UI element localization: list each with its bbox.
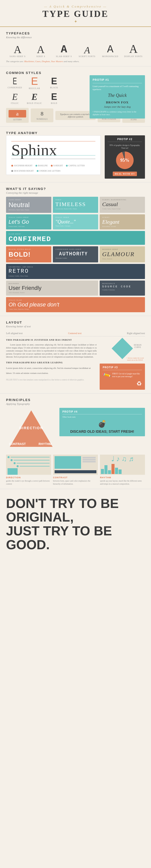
final-line1: DON'T TRY TO BE [6, 497, 145, 510]
direction-col-title: DIRECTION [6, 476, 51, 479]
protip1-fox-sub: Jumps over the lazy dog [93, 105, 142, 109]
dot-orange-2 [51, 165, 53, 166]
saying-desc-timeless: Garamond, Baskerville, Times [55, 208, 96, 210]
typeface-display: A DISPLAY FONTS [122, 43, 145, 58]
principles-right: PROTIP #4 Other book stats 💣 DISCARD OLD… [59, 408, 145, 439]
saying-word-authority: AUTHORITY [59, 251, 88, 256]
typeface-script: A SCRIPT FONTS [76, 45, 99, 58]
contrast-line-3 [83, 461, 96, 462]
protip2-title: PROTIP #2 [108, 138, 142, 142]
black-letter: E [45, 76, 63, 87]
saying-type-sans: SANS-SERIF [8, 199, 49, 201]
page-header: — A Quick & Comprehensive — TYPE GUIDE ✦ [0, 0, 151, 27]
pie-chart: 95% [116, 151, 133, 169]
saying-word-userfriendly: User Friendly [8, 285, 96, 291]
layout-subtitle: Knowing better of text [6, 325, 145, 328]
typeset-numerals: 8 NUMERALS [31, 108, 53, 122]
protip2-text: 95% of graphic design is Typography. Tru… [108, 144, 142, 150]
saying-type-rounded: ROUNDED [8, 283, 96, 284]
saying-desc-neutral: Helvetica, Open Sans, Futura [8, 209, 49, 211]
pencil-icon: ✏️ [101, 370, 112, 380]
saying-sourcecode: MONOSPACE SOURCE CODE Courier, Consolas [100, 281, 145, 296]
saying-word-confirmed: CONFIRMED [8, 236, 143, 243]
protip3-text: FIRST: Get rid of jungle-man-like text t… [112, 372, 142, 378]
saying-confirmed: SLAB SERIF CONFIRMED [6, 231, 145, 245]
saying-type-black: BLACK, EXTRA BOLD [8, 248, 49, 250]
ascender-line [11, 141, 95, 142]
principles-title: PRINCIPLES [6, 398, 145, 402]
sphinx-wrapper: Sphinx [11, 138, 95, 162]
triangle-svg: DIRECTION CONTRAST RHYTHM [7, 408, 55, 451]
contrast-image [53, 455, 98, 475]
path-dot-1 [7, 456, 9, 458]
letters-label: LETTERS [8, 119, 26, 121]
contrast-line-2 [83, 459, 96, 460]
condensed-letter: E [13, 76, 17, 87]
saying-desc-authority: Alternate Gothic [55, 257, 96, 259]
saying-word-quote: "Quote..." [55, 219, 96, 224]
typeface-name-display: DISPLAY FONTS [122, 55, 145, 58]
saying-bold: BLACK, EXTRA BOLD BOLD! Impact, Black fo… [6, 246, 51, 262]
rhythm-bars [100, 463, 145, 475]
typeface-letter-a2: A [29, 44, 52, 55]
typefaces-row: A SANS-SERIF S A SERIF S A SLAB-SERIF S … [6, 41, 145, 59]
align-left-label: Left aligned text [6, 332, 23, 335]
path-dot-4 [17, 465, 19, 467]
paragraph1-title: THIS PARAGRAPH IS JUSTIFIED AND HAS INDE… [6, 338, 97, 342]
sphinx-display: Sphinx [11, 141, 95, 160]
contrast-col-desc: between form, space and color emphasizes… [53, 479, 98, 485]
common-styles-section: COMMON STYLES E CONDENSED E REGULAR E BL… [0, 66, 151, 127]
triangle-container: DIRECTION CONTRAST RHYTHM [6, 408, 56, 452]
saying-desc-ohgod: Comic Sans, Papyrus, Wings [8, 308, 143, 310]
dot-teal-1 [35, 165, 37, 166]
direction-col-desc: guides the reader's eye through a correc… [6, 479, 51, 485]
path-line-4 [20, 466, 50, 466]
typeset-letters: a LETTERS [6, 108, 29, 123]
black-label: BLACK [45, 87, 63, 89]
protip4-subtitle: Other book stats [62, 416, 142, 418]
header-ornament-top: — A Quick & Comprehensive — [2, 4, 149, 8]
diamond-label: HUMANCURVE [133, 343, 143, 349]
saying-neutral: SANS-SERIF Neutral Helvetica, Open Sans,… [6, 197, 51, 213]
bolditalic-label: BOLD ITALIC [26, 102, 43, 104]
anatomy-content: Sphinx ASCENDER HEIGHT BASELINE X-HEIGHT… [6, 135, 145, 179]
final-line2: ORIGINAL, [6, 510, 145, 524]
paragraph2-text: Lorem ipsum dolor sit amet, consectetur … [6, 366, 97, 376]
bolditalic-letter: E [26, 92, 43, 102]
rhythm-bar-3 [108, 470, 111, 474]
typeface-letter-a4: A [76, 45, 99, 55]
bold-label: BOLD [45, 102, 63, 104]
typefaces-section: TYPEFACES Knowing the difference A SANS-… [0, 27, 151, 66]
saying-word-timeless: TIMELESS [55, 202, 96, 207]
diamond-shape [112, 338, 133, 359]
typeface-name-slab: SLAB-SERIF S [52, 55, 76, 58]
typeface-slab: A SLAB-SERIF S [52, 44, 76, 58]
typeface-name-serif: SERIF S [29, 55, 52, 58]
style-bolditalic: E BOLD ITALIC [26, 92, 43, 104]
diamond-note: ↑ Arrows make the wordstand out at the E… [126, 357, 144, 361]
page-title: TYPE GUIDE [2, 8, 149, 19]
saying-timeless: SERIF TIMELESS Garamond, Baskerville, Ti… [53, 197, 98, 213]
rhythm-bar-1 [101, 469, 104, 474]
recycle-icon: ♻ [137, 380, 142, 387]
typeface-letter-a1: A [6, 44, 29, 55]
saying-elegant: SCRIPT Elegant Edwardian, Vivaldi [100, 214, 145, 229]
typefaces-title: TYPEFACES [6, 31, 145, 35]
dot-orange-1 [11, 165, 13, 166]
styles-row-2: E ITALIC E BOLD ITALIC E BOLD [6, 92, 145, 104]
protip1-note: † PARAGRAPH is a sentence using every le… [93, 111, 142, 116]
align-row: Left aligned text Centered text Right al… [6, 330, 145, 336]
saying-desc-glamour: Didot, Bodoni [102, 258, 143, 260]
svg-text:DIRECTION: DIRECTION [19, 426, 43, 430]
saying-type-italic-sans: ITALIC SANS-SERIF [8, 216, 49, 218]
layout-title: LAYOUT [6, 320, 145, 324]
saying-desc-userfriendly: VAG Rounded, Nunito [8, 291, 96, 293]
saying-user-friendly: ROUNDED User Friendly VAG Rounded, Nunit… [6, 281, 98, 296]
principles-section: PRINCIPLES Applying Typography DIRECTION… [0, 394, 151, 489]
typefaces-note: The categories are: Blackletter, Cases, … [6, 60, 145, 63]
music-notes: ♩ ♪ ♫ ♬ [100, 455, 145, 463]
contrast-line-1 [83, 457, 96, 458]
saying-desc-retro: Century Gothic, Deco fonts [8, 275, 143, 277]
dots-path [7, 456, 50, 467]
typeface-monospaced: A MONOSPACED [99, 44, 122, 58]
